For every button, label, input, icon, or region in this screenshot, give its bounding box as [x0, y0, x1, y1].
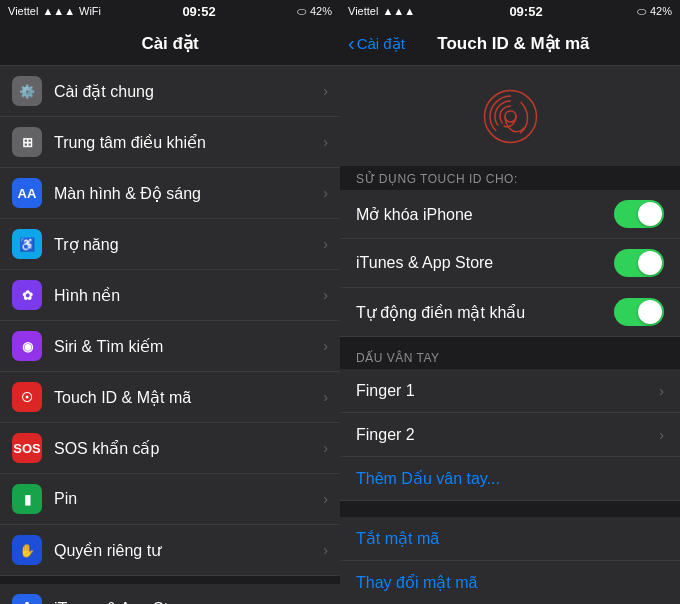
- item-label-pin: Pin: [54, 490, 323, 508]
- right-status-bar-right: ⬭ 42%: [637, 5, 672, 18]
- time-left: 09:52: [182, 4, 215, 19]
- add-fingerprint-button[interactable]: Thêm Dấu vân tay...: [340, 457, 680, 501]
- settings-item-sos[interactable]: SOS SOS khẩn cấp ›: [0, 423, 340, 474]
- fingerprint-section: [340, 66, 680, 166]
- fingerprints-container: Finger 1 › Finger 2 ›: [340, 369, 680, 457]
- right-status-bar-left: Viettel ▲▲▲: [348, 5, 415, 17]
- item-icon-trung-tam-dieu-khien: ⊞: [12, 127, 42, 157]
- settings-item-hinh-nen[interactable]: ✿ Hình nền ›: [0, 270, 340, 321]
- action-item-tat-mat-ma[interactable]: Tắt mật mã: [340, 517, 680, 561]
- settings-item-trung-tam-dieu-khien[interactable]: ⊞ Trung tâm điều khiển ›: [0, 117, 340, 168]
- item-icon-pin: ▮: [12, 484, 42, 514]
- fingerprint-icon: [480, 86, 540, 146]
- chevron-icon-sos: ›: [323, 440, 328, 456]
- settings-item-quyen-rieng-tu[interactable]: ✋ Quyền riêng tư ›: [0, 525, 340, 576]
- status-bar-left: Viettel ▲▲▲ WiFi: [8, 5, 101, 17]
- fingerprint-item-finger2[interactable]: Finger 2 ›: [340, 413, 680, 457]
- right-status-bar: Viettel ▲▲▲ 09:52 ⬭ 42%: [340, 0, 680, 22]
- settings-item-tro-nang[interactable]: ♿ Trợ năng ›: [0, 219, 340, 270]
- right-panel: Viettel ▲▲▲ 09:52 ⬭ 42% ‹ Cài đặt Touch …: [340, 0, 680, 604]
- action-section: Tắt mật mã Thay đổi mật mã: [340, 517, 680, 604]
- settings-item-man-hinh[interactable]: AA Màn hình & Độ sáng ›: [0, 168, 340, 219]
- add-fingerprint-label: Thêm Dấu vân tay...: [356, 469, 500, 488]
- item-icon-itunes-app-store: A: [12, 594, 42, 604]
- item-label-quyen-rieng-tu: Quyền riêng tư: [54, 541, 323, 560]
- icon-siri: ◉: [22, 339, 33, 354]
- fingerprint-chevron-finger2: ›: [659, 427, 664, 443]
- chevron-icon-hinh-nen: ›: [323, 287, 328, 303]
- icon-itunes-app-store: A: [21, 600, 33, 604]
- carrier-left: Viettel: [8, 5, 38, 17]
- fingerprint-label-finger2: Finger 2: [356, 426, 659, 444]
- battery-left: 42%: [310, 5, 332, 17]
- back-button[interactable]: ‹ Cài đặt: [348, 32, 405, 55]
- status-bar-right: ⬭ 42%: [297, 5, 332, 18]
- chevron-icon-trung-tam-dieu-khien: ›: [323, 134, 328, 150]
- action-item-thay-doi-mat-ma[interactable]: Thay đổi mật mã: [340, 561, 680, 604]
- item-label-siri: Siri & Tìm kiếm: [54, 337, 323, 356]
- item-label-touch-id: Touch ID & Mật mã: [54, 388, 323, 407]
- icon-sos: SOS: [13, 441, 40, 456]
- toggle-switch-tu-dong-dien-mat-khau[interactable]: [614, 298, 664, 326]
- signal-icon: ▲▲▲: [42, 5, 75, 17]
- item-label-trung-tam-dieu-khien: Trung tâm điều khiển: [54, 133, 323, 152]
- left-nav-bar: Cài đặt: [0, 22, 340, 66]
- left-bottom-container: A iTunes & App Store ›: [0, 584, 340, 604]
- left-nav-title: Cài đặt: [141, 33, 198, 54]
- right-signal-icon: ▲▲▲: [382, 5, 415, 17]
- toggle-item-itunes-app-store[interactable]: iTunes & App Store: [340, 239, 680, 288]
- left-panel: Viettel ▲▲▲ WiFi 09:52 ⬭ 42% Cài đặt ⚙️ …: [0, 0, 340, 604]
- toggle-items-container: Mở khóa iPhone iTunes & App Store Tự độn…: [340, 190, 680, 337]
- toggle-switch-itunes-app-store[interactable]: [614, 249, 664, 277]
- settings-item-siri[interactable]: ◉ Siri & Tìm kiếm ›: [0, 321, 340, 372]
- right-battery-icon: ⬭: [637, 5, 646, 18]
- chevron-icon-tro-nang: ›: [323, 236, 328, 252]
- chevron-icon-cai-dat-chung: ›: [323, 83, 328, 99]
- right-nav-bar: ‹ Cài đặt Touch ID & Mật mã: [340, 22, 680, 66]
- chevron-icon-pin: ›: [323, 491, 328, 507]
- touch-id-section-header: SỬ DỤNG TOUCH ID CHO:: [340, 166, 680, 190]
- settings-item-itunes-app-store[interactable]: A iTunes & App Store ›: [0, 584, 340, 604]
- section-divider: [340, 337, 680, 345]
- item-icon-touch-id: ☉: [12, 382, 42, 412]
- settings-item-touch-id[interactable]: ☉ Touch ID & Mật mã ›: [0, 372, 340, 423]
- settings-list: ⚙️ Cài đặt chung › ⊞ Trung tâm điều khiể…: [0, 66, 340, 604]
- action-label-tat-mat-ma: Tắt mật mã: [356, 529, 439, 548]
- toggle-item-tu-dong-dien-mat-khau[interactable]: Tự động điền mật khẩu: [340, 288, 680, 337]
- touch-id-content: SỬ DỤNG TOUCH ID CHO: Mở khóa iPhone iTu…: [340, 66, 680, 604]
- chevron-icon-quyen-rieng-tu: ›: [323, 542, 328, 558]
- icon-hinh-nen: ✿: [22, 288, 33, 303]
- toggle-switch-mo-khoa-iphone[interactable]: [614, 200, 664, 228]
- icon-pin: ▮: [24, 492, 31, 507]
- right-battery: 42%: [650, 5, 672, 17]
- right-carrier: Viettel: [348, 5, 378, 17]
- fingerprint-item-finger1[interactable]: Finger 1 ›: [340, 369, 680, 413]
- icon-tro-nang: ♿: [19, 237, 35, 252]
- right-nav-title: Touch ID & Mật mã: [405, 33, 622, 54]
- item-icon-sos: SOS: [12, 433, 42, 463]
- fingerprint-header: DẤU VÂN TAY: [340, 345, 680, 369]
- fingerprint-chevron-finger1: ›: [659, 383, 664, 399]
- settings-item-pin[interactable]: ▮ Pin ›: [0, 474, 340, 525]
- svg-point-0: [484, 90, 536, 142]
- item-icon-tro-nang: ♿: [12, 229, 42, 259]
- toggle-item-mo-khoa-iphone[interactable]: Mở khóa iPhone: [340, 190, 680, 239]
- item-label-sos: SOS khẩn cấp: [54, 439, 323, 458]
- wifi-icon: WiFi: [79, 5, 101, 17]
- chevron-icon-siri: ›: [323, 338, 328, 354]
- section-divider-2: [340, 501, 680, 509]
- item-label-tro-nang: Trợ năng: [54, 235, 323, 254]
- item-icon-cai-dat-chung: ⚙️: [12, 76, 42, 106]
- icon-cai-dat-chung: ⚙️: [19, 84, 35, 99]
- battery-icon: ⬭: [297, 5, 306, 18]
- right-time: 09:52: [509, 4, 542, 19]
- left-status-bar: Viettel ▲▲▲ WiFi 09:52 ⬭ 42%: [0, 0, 340, 22]
- item-icon-siri: ◉: [12, 331, 42, 361]
- toggle-label-tu-dong-dien-mat-khau: Tự động điền mật khẩu: [356, 303, 614, 322]
- chevron-icon-touch-id: ›: [323, 389, 328, 405]
- icon-touch-id: ☉: [21, 390, 33, 405]
- settings-item-cai-dat-chung[interactable]: ⚙️ Cài đặt chung ›: [0, 66, 340, 117]
- toggle-label-mo-khoa-iphone: Mở khóa iPhone: [356, 205, 614, 224]
- chevron-icon-man-hinh: ›: [323, 185, 328, 201]
- action-label-thay-doi-mat-ma: Thay đổi mật mã: [356, 573, 477, 592]
